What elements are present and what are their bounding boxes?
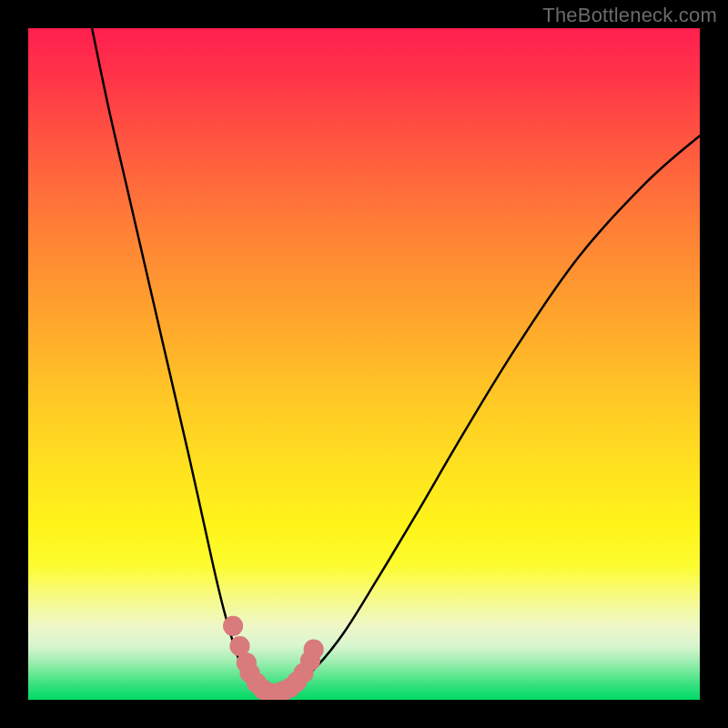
chart-frame: TheBottleneck.com <box>0 0 728 728</box>
curve-path <box>92 28 700 694</box>
optimum-markers <box>223 616 324 700</box>
bottleneck-curve <box>92 28 700 694</box>
chart-svg <box>28 28 700 700</box>
plot-area <box>28 28 700 700</box>
optimum-marker <box>304 640 324 660</box>
watermark-text: TheBottleneck.com <box>542 4 717 27</box>
optimum-marker <box>223 616 243 636</box>
